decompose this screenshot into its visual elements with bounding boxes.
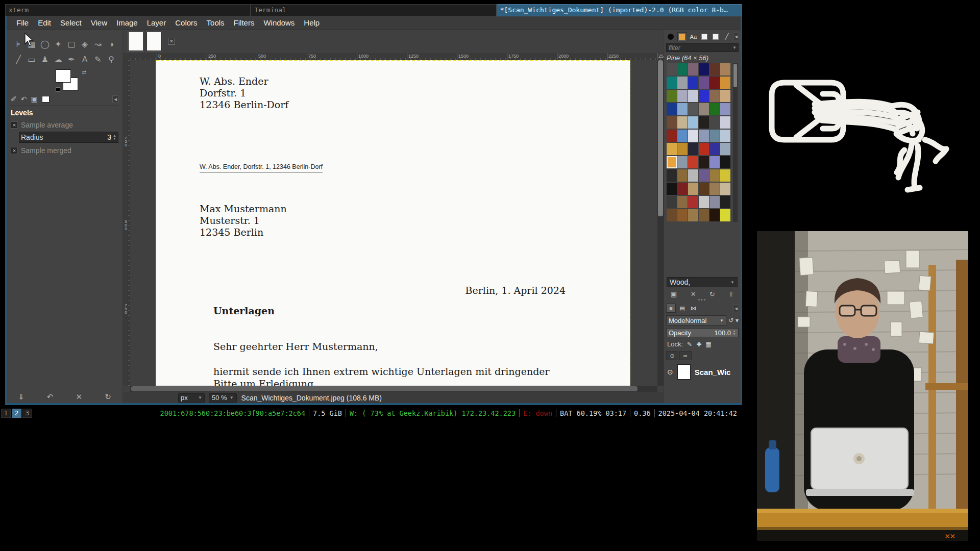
layer-thumbnail[interactable] xyxy=(677,364,691,380)
pattern-swatch[interactable] xyxy=(677,209,688,221)
pattern-swatch[interactable] xyxy=(720,116,730,129)
workspace-button-3[interactable]: 3 xyxy=(22,409,32,418)
tab-layers[interactable]: ≡ xyxy=(666,304,676,313)
chevron-down-icon[interactable]: ▾ xyxy=(736,317,739,324)
pattern-swatch[interactable] xyxy=(709,183,720,195)
tab-channels[interactable]: ▤ xyxy=(677,304,687,313)
layer-row[interactable]: ⊙ Scan_Wic xyxy=(667,364,741,380)
radius-spinner[interactable]: Radius 3 ▲▼ xyxy=(19,132,118,143)
pattern-swatch[interactable] xyxy=(709,209,720,221)
pattern-swatch[interactable] xyxy=(677,77,688,89)
lock-pixels-icon[interactable]: ✎ xyxy=(687,341,692,348)
titlebar-xterm[interactable]: xterm xyxy=(5,4,251,16)
pattern-swatch[interactable] xyxy=(677,116,688,129)
pattern-swatch[interactable] xyxy=(720,169,730,182)
tool-icon[interactable]: ✒ xyxy=(65,53,78,67)
pattern-swatch[interactable] xyxy=(688,143,698,155)
dock-action-icon[interactable]: ↻ xyxy=(709,290,715,298)
vertical-scrollbar[interactable] xyxy=(657,60,664,386)
titlebar-gimp-focused[interactable]: *[Scan_Wichtiges_Dokument] (imported)-2.… xyxy=(497,4,742,16)
menu-item[interactable]: Colors xyxy=(170,18,202,27)
panel-collapse-icon[interactable]: ◂ xyxy=(733,305,739,312)
opacity-slider[interactable]: Opacity 100.0 ▲▼ xyxy=(666,328,739,337)
pattern-swatch[interactable] xyxy=(709,90,720,102)
visibility-header-icon[interactable]: ⊙ xyxy=(666,351,678,360)
tool-icon[interactable]: ⊧ xyxy=(12,38,25,52)
toolbox-action-icon[interactable]: ↶ xyxy=(47,392,54,402)
pattern-swatch[interactable] xyxy=(720,77,730,89)
tool-icon[interactable]: ☁ xyxy=(52,53,65,67)
pattern-swatch[interactable] xyxy=(720,183,730,195)
toolbox-action-icon[interactable]: ✕ xyxy=(76,392,83,402)
toolbox-action-icon[interactable]: ⇓ xyxy=(18,392,24,402)
pattern-swatch[interactable] xyxy=(688,77,698,89)
pattern-swatch[interactable] xyxy=(688,116,698,129)
tab-document-history[interactable] xyxy=(711,32,721,41)
pattern-swatch[interactable] xyxy=(677,103,688,115)
pattern-swatch[interactable] xyxy=(720,143,730,155)
tab-paths[interactable]: ⋈ xyxy=(689,304,698,313)
tab-fonts[interactable]: Aa xyxy=(689,32,698,41)
pattern-swatch[interactable] xyxy=(667,77,677,89)
pattern-swatch[interactable] xyxy=(720,103,730,115)
pattern-swatch[interactable] xyxy=(699,90,709,102)
scrollbar-thumb[interactable] xyxy=(131,386,638,391)
pattern-swatch[interactable] xyxy=(688,130,698,142)
pattern-swatch[interactable] xyxy=(720,209,730,221)
pattern-scrollbar[interactable] xyxy=(733,63,738,222)
pattern-swatch[interactable] xyxy=(688,156,698,168)
pattern-swatch[interactable] xyxy=(709,169,720,182)
lock-position-icon[interactable]: ✚ xyxy=(696,341,701,348)
swap-colors-icon[interactable]: ⇄ xyxy=(82,69,86,75)
image-tab-thumbnail[interactable] xyxy=(128,32,143,51)
horizontal-scrollbar[interactable] xyxy=(130,386,657,392)
pattern-swatch[interactable] xyxy=(709,130,720,142)
tool-icon[interactable]: ◯ xyxy=(38,38,52,52)
pattern-swatch[interactable] xyxy=(667,196,677,208)
pattern-swatch[interactable] xyxy=(699,77,709,89)
sample-average-checkbox[interactable]: × xyxy=(11,121,18,129)
pattern-swatch[interactable] xyxy=(667,90,677,102)
dock-action-icon[interactable]: ▣ xyxy=(671,290,677,298)
pattern-swatch[interactable] xyxy=(709,77,720,89)
menu-item[interactable]: Help xyxy=(299,18,324,27)
tab-palettes[interactable] xyxy=(700,32,709,41)
menu-item[interactable]: Windows xyxy=(259,18,299,27)
pattern-swatch[interactable] xyxy=(688,90,698,102)
pattern-swatch[interactable] xyxy=(667,209,677,221)
pattern-swatch[interactable] xyxy=(699,169,709,182)
pattern-filter-input[interactable] xyxy=(667,44,732,52)
zoom-select[interactable]: 50 %▼ xyxy=(209,393,237,403)
close-icon[interactable]: ✕ xyxy=(168,38,175,45)
pattern-swatch[interactable] xyxy=(677,63,688,76)
menu-item[interactable]: File xyxy=(12,18,33,27)
scrollbar-thumb[interactable] xyxy=(658,60,663,216)
pattern-swatch[interactable] xyxy=(667,156,677,168)
tool-icon[interactable]: ✦ xyxy=(52,38,65,52)
pattern-swatch[interactable] xyxy=(688,183,698,195)
pattern-swatch[interactable] xyxy=(720,130,730,142)
tool-icon[interactable]: ◑ xyxy=(105,38,118,52)
layer-mode-select[interactable]: ModeNormal ▼ xyxy=(666,315,726,325)
unit-select[interactable]: px▼ xyxy=(178,393,205,403)
tool-icon[interactable]: ▢ xyxy=(65,38,78,52)
toolbox-action-icon[interactable]: ↻ xyxy=(105,392,111,402)
pattern-swatch[interactable] xyxy=(720,196,730,208)
tab-brushes[interactable] xyxy=(666,32,676,41)
pattern-swatch[interactable] xyxy=(677,156,688,168)
pattern-swatch[interactable] xyxy=(688,196,698,208)
menu-item[interactable]: Edit xyxy=(33,18,56,27)
pattern-swatch[interactable] xyxy=(699,116,709,129)
tool-icon[interactable]: ⚲ xyxy=(105,53,118,67)
pattern-swatch[interactable] xyxy=(699,183,709,195)
pattern-swatch[interactable] xyxy=(699,156,709,168)
panel-collapse-icon[interactable]: ◂ xyxy=(112,95,118,103)
pattern-swatch[interactable] xyxy=(677,183,688,195)
pattern-swatch[interactable] xyxy=(667,103,677,115)
menu-item[interactable]: Tools xyxy=(202,18,229,27)
tool-icon[interactable]: ✎ xyxy=(91,53,105,67)
brush-select[interactable]: Wood, ▼ xyxy=(667,277,738,287)
pattern-swatch[interactable] xyxy=(699,103,709,115)
pattern-swatch[interactable] xyxy=(709,196,720,208)
fg-bg-color-widget[interactable]: ⇄ xyxy=(56,69,86,92)
